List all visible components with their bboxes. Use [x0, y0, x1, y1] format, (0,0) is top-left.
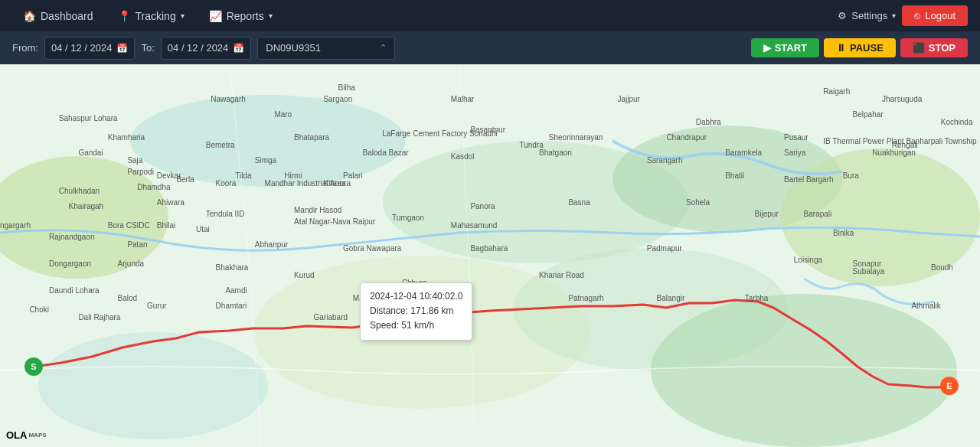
- start-button[interactable]: ▶ START: [751, 38, 819, 57]
- map-svg: [0, 64, 980, 447]
- location-icon: 📍: [118, 10, 131, 22]
- vehicle-select[interactable]: DN09U9351 ⌃: [257, 37, 395, 60]
- map-watermark: OLA MAPS: [6, 429, 47, 441]
- tracking-dropdown-arrow: ▾: [181, 11, 185, 20]
- to-label: To:: [141, 42, 154, 54]
- from-calendar-icon: 📅: [116, 43, 128, 54]
- stop-button[interactable]: ⬛ STOP: [900, 38, 968, 57]
- to-calendar-icon: 📅: [233, 43, 244, 54]
- nav-dashboard[interactable]: 🏠 Dashboard: [12, 0, 104, 31]
- svg-point-9: [651, 294, 957, 447]
- maps-brand: MAPS: [28, 432, 46, 439]
- settings-button[interactable]: ⚙ Settings ▾: [838, 10, 896, 21]
- playback-controls: ▶ START ⏸ PAUSE ⬛ STOP: [751, 38, 968, 57]
- nav-reports[interactable]: 📈 Reports ▾: [198, 0, 283, 31]
- home-icon: 🏠: [23, 10, 36, 22]
- navbar: 🏠 Dashboard 📍 Tracking ▾ 📈 Reports ▾ ⚙ S…: [0, 0, 980, 31]
- from-date-input[interactable]: 04 / 12 / 2024 📅: [44, 37, 136, 60]
- svg-point-2: [130, 95, 406, 187]
- from-label: From:: [12, 42, 38, 54]
- chart-icon: 📈: [209, 10, 222, 22]
- stop-icon: ⬛: [913, 42, 925, 54]
- toolbar: From: 04 / 12 / 2024 📅 To: 04 / 12 / 202…: [0, 31, 980, 64]
- pause-icon: ⏸: [836, 42, 846, 54]
- play-icon: ▶: [763, 42, 771, 54]
- settings-arrow: ▾: [892, 11, 896, 20]
- to-date-input[interactable]: 04 / 12 / 2024 📅: [161, 37, 252, 60]
- svg-point-5: [781, 148, 980, 286]
- reports-dropdown-arrow: ▾: [269, 11, 273, 20]
- map-container[interactable]: BilhaNawagarhSargaonMalharJajjpurRaigarh…: [0, 64, 980, 447]
- end-marker: E: [940, 377, 959, 395]
- logout-button[interactable]: ⎋ Logout: [902, 5, 968, 26]
- nav-right: ⚙ Settings ▾ ⎋ Logout: [838, 5, 968, 26]
- logout-icon: ⎋: [914, 10, 920, 21]
- svg-point-8: [38, 332, 268, 439]
- start-marker: S: [24, 357, 43, 376]
- vehicle-dropdown-arrow: ⌃: [380, 43, 387, 53]
- pause-button[interactable]: ⏸ PAUSE: [824, 38, 896, 57]
- svg-point-10: [410, 312, 417, 319]
- ola-brand: OLA: [6, 429, 27, 441]
- gear-icon: ⚙: [838, 10, 847, 21]
- nav-tracking[interactable]: 📍 Tracking ▾: [107, 0, 195, 31]
